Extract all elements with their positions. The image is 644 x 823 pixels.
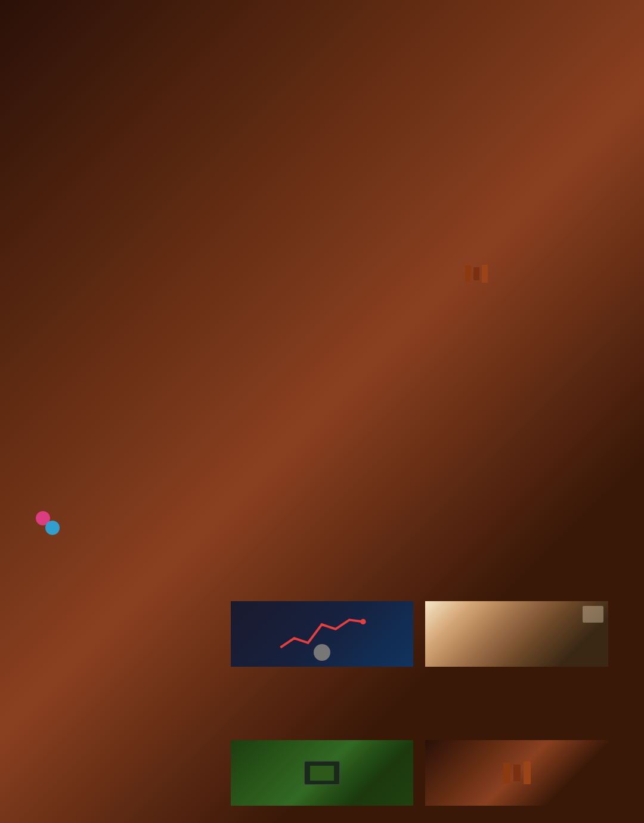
top-news-grid: Peace On Earth A Wonderful Wish But No T… xyxy=(95,118,549,366)
bottom-card4-image xyxy=(425,740,608,806)
bottom-card2-image xyxy=(425,601,608,667)
top-news-card-4[interactable]: When To Use High Heat On Your... xyxy=(404,247,549,366)
svg-point-1 xyxy=(361,619,366,624)
bottom-logo-blue-circle xyxy=(45,521,60,535)
bottom-card1-image xyxy=(231,601,414,667)
card4-image xyxy=(404,247,549,301)
bottom-chart-svg xyxy=(249,611,395,657)
bottom-logo-icon xyxy=(36,511,60,535)
bottom-card3-image xyxy=(231,740,414,806)
top-news-section: Recent News Peace On Earth A Wonderful W… xyxy=(72,64,572,390)
